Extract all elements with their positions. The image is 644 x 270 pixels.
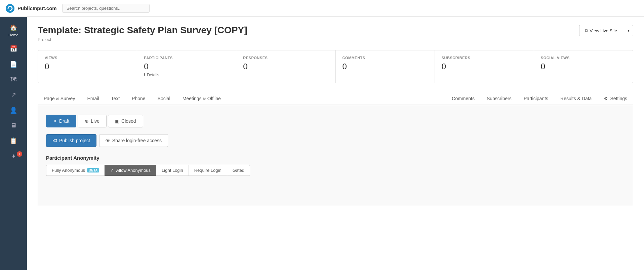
view-live-dropdown-button[interactable]: ▾: [624, 25, 633, 36]
share-icon: ↗: [11, 91, 16, 99]
share-label: Share login-free access: [112, 138, 162, 143]
status-bar: ✦ Draft ⊕ Live ▣ Closed: [46, 115, 625, 127]
sidebar-item-calendar[interactable]: 📅: [0, 42, 27, 56]
tab-settings-label: Settings: [610, 96, 627, 101]
logo-text: PublicInput.com: [17, 5, 57, 11]
tab-email[interactable]: Email: [81, 92, 105, 105]
anonymity-title: Participant Anonymity: [46, 155, 625, 161]
main-panel: ✦ Draft ⊕ Live ▣ Closed 🏷 Publish projec…: [38, 105, 633, 206]
sidebar-item-home[interactable]: 🏠 Home: [0, 21, 27, 40]
closed-button[interactable]: ▣ Closed: [108, 115, 143, 127]
tab-bar: Page & Survey Email Text Phone Social Me…: [38, 92, 633, 105]
logo-icon: [5, 4, 15, 13]
anonymity-options: Fully Anonymous BETA ✓ Allow Anonymous L…: [46, 165, 625, 176]
info-icon: ℹ: [144, 73, 146, 77]
map-icon: 🗺: [10, 76, 16, 83]
search-input[interactable]: [62, 4, 150, 13]
stat-subscribers-value: 0: [442, 62, 527, 71]
anon-require-login-button[interactable]: Require Login: [189, 165, 227, 176]
page-subtitle: Project: [38, 37, 247, 42]
stat-participants-value: 0: [144, 62, 229, 71]
tab-participants[interactable]: Participants: [518, 92, 554, 105]
chevron-down-icon: ▾: [628, 28, 630, 33]
tab-settings[interactable]: ⚙ Settings: [598, 92, 633, 105]
plugin-icon: ✦: [11, 153, 16, 160]
stat-details-link[interactable]: ℹ Details: [144, 73, 229, 77]
tab-subscribers[interactable]: Subscribers: [481, 92, 518, 105]
stat-comments-label: COMMENTS: [343, 56, 428, 60]
stat-views: VIEWS 0: [38, 50, 137, 83]
stats-row: VIEWS 0 PARTICIPANTS 0 ℹ Details RESPONS…: [38, 50, 633, 83]
live-label: Live: [91, 118, 99, 124]
home-icon: 🏠: [10, 24, 17, 32]
publish-project-button[interactable]: 🏷 Publish project: [46, 134, 96, 147]
screen-icon: 🖥: [10, 122, 16, 129]
sidebar-badge: 1: [17, 151, 22, 157]
stat-comments: COMMENTS 0: [336, 50, 435, 83]
stat-views-label: VIEWS: [45, 56, 130, 60]
sidebar-item-map[interactable]: 🗺: [0, 73, 27, 86]
sidebar-item-plugins[interactable]: ✦ 1: [0, 149, 27, 163]
draft-icon: ✦: [53, 118, 57, 124]
allow-anonymous-label: Allow Anonymous: [116, 168, 151, 173]
require-login-label: Require Login: [194, 168, 222, 173]
tab-divider: [227, 92, 446, 105]
tab-text[interactable]: Text: [105, 92, 126, 105]
live-button[interactable]: ⊕ Live: [78, 115, 107, 127]
tab-phone[interactable]: Phone: [126, 92, 151, 105]
stat-subscribers: SUBSCRIBERS 0: [435, 50, 534, 83]
anon-light-login-button[interactable]: Light Login: [156, 165, 189, 176]
publish-icon: 🏷: [52, 138, 57, 143]
content-area: Template: Strategic Safety Plan Survey […: [27, 17, 644, 270]
main-layout: 🏠 Home 📅 📄 🗺 ↗ 👤 🖥 📋 ✦ 1: [0, 17, 644, 270]
anon-allow-anonymous-button[interactable]: ✓ Allow Anonymous: [105, 165, 156, 176]
gear-icon: ⚙: [604, 96, 608, 101]
tab-page-survey[interactable]: Page & Survey: [38, 92, 81, 105]
live-icon: ⊕: [85, 118, 89, 124]
beta-badge: BETA: [87, 168, 99, 172]
report-icon: 📋: [10, 137, 17, 145]
page-title: Template: Strategic Safety Plan Survey […: [38, 25, 247, 36]
topbar: PublicInput.com: [0, 0, 644, 17]
light-login-label: Light Login: [162, 168, 183, 173]
sidebar-item-users[interactable]: 👤: [0, 103, 27, 117]
details-label: Details: [147, 73, 159, 77]
share-eye-icon: 👁: [106, 138, 110, 143]
sidebar-item-share[interactable]: ↗: [0, 88, 27, 102]
tab-comments[interactable]: Comments: [446, 92, 481, 105]
anonymity-section: Participant Anonymity Fully Anonymous BE…: [46, 155, 625, 176]
stat-social-views-value: 0: [541, 62, 626, 71]
fully-anonymous-label: Fully Anonymous: [52, 168, 85, 173]
sidebar-item-home-label: Home: [8, 33, 18, 37]
stat-social-views: SOCIAL VIEWS 0: [534, 50, 633, 83]
sidebar: 🏠 Home 📅 📄 🗺 ↗ 👤 🖥 📋 ✦ 1: [0, 17, 27, 270]
svg-point-0: [6, 4, 14, 13]
user-icon: 👤: [10, 107, 17, 114]
stat-participants: PARTICIPANTS 0 ℹ Details: [137, 50, 236, 83]
stat-responses-label: RESPONSES: [243, 56, 328, 60]
page-title-section: Template: Strategic Safety Plan Survey […: [38, 25, 247, 42]
document-icon: 📄: [10, 61, 17, 68]
page-header: Template: Strategic Safety Plan Survey […: [38, 25, 633, 42]
tab-results-data[interactable]: Results & Data: [554, 92, 598, 105]
external-link-icon: ⧉: [585, 28, 588, 33]
anon-gated-button[interactable]: Gated: [227, 165, 250, 176]
stat-participants-label: PARTICIPANTS: [144, 56, 229, 60]
logo: PublicInput.com: [5, 4, 57, 13]
sidebar-item-screen[interactable]: 🖥: [0, 119, 27, 132]
header-actions: ⧉ View Live Site ▾: [579, 25, 633, 36]
view-live-button[interactable]: ⧉ View Live Site: [579, 25, 622, 36]
checkmark-icon: ✓: [110, 168, 114, 173]
tab-meetings-offline[interactable]: Meetings & Offline: [176, 92, 227, 105]
anon-fully-anonymous-button[interactable]: Fully Anonymous BETA: [46, 165, 105, 176]
tab-social[interactable]: Social: [152, 92, 176, 105]
sidebar-item-reports[interactable]: 📋: [0, 134, 27, 148]
stat-responses: RESPONSES 0: [236, 50, 335, 83]
share-login-free-button[interactable]: 👁 Share login-free access: [99, 134, 168, 147]
draft-button[interactable]: ✦ Draft: [46, 115, 76, 127]
view-live-label: View Live Site: [590, 28, 617, 33]
publish-label: Publish project: [59, 138, 90, 143]
gated-label: Gated: [233, 168, 244, 173]
sidebar-item-documents[interactable]: 📄: [0, 57, 27, 71]
closed-label: Closed: [121, 118, 136, 124]
